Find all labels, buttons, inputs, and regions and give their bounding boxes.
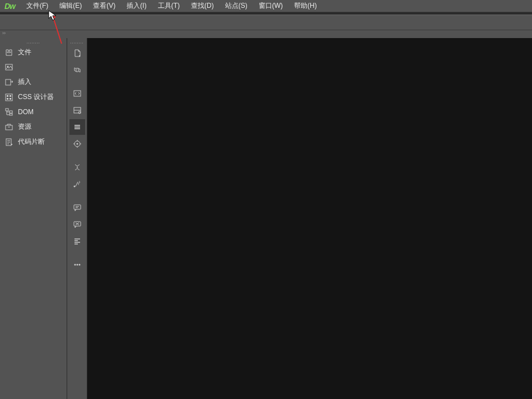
svg-point-23 — [76, 264, 78, 266]
svg-rect-11 — [6, 125, 12, 130]
menu-edit[interactable]: 编辑(E) — [54, 0, 87, 12]
tool-grip[interactable] — [71, 41, 84, 45]
panel-collapse-toggle[interactable]: ›› — [0, 30, 532, 38]
panel-libraries[interactable] — [0, 60, 67, 74]
svg-point-24 — [78, 264, 80, 266]
panel-label: 代码片断 — [18, 137, 45, 147]
svg-rect-7 — [10, 98, 11, 100]
menu-window[interactable]: 窗口(W) — [253, 0, 288, 12]
tool-inspect[interactable] — [69, 136, 85, 152]
menu-insert[interactable]: 插入(I) — [121, 0, 152, 12]
css-designer-icon — [4, 93, 13, 102]
tool-new-document[interactable] — [69, 45, 85, 61]
menu-find[interactable]: 查找(D) — [185, 0, 220, 12]
tool-format-source[interactable] — [69, 176, 85, 192]
menu-site[interactable]: 站点(S) — [220, 0, 253, 12]
assets-icon — [4, 123, 13, 132]
menu-help[interactable]: 帮助(H) — [288, 0, 323, 12]
tool-remove-comment[interactable] — [69, 217, 85, 232]
tool-apply-comment[interactable] — [69, 200, 85, 215]
svg-rect-10 — [10, 114, 12, 115]
svg-rect-3 — [6, 94, 12, 101]
tool-file-management[interactable] — [69, 62, 85, 78]
tool-column — [67, 38, 87, 399]
dom-icon — [4, 107, 13, 116]
panel-label: 文件 — [18, 48, 31, 57]
svg-rect-4 — [7, 95, 8, 97]
tool-more-options[interactable] — [69, 257, 85, 273]
panel-snippets[interactable]: 代码片断 — [0, 134, 67, 149]
panel-css-designer[interactable]: CSS 设计器 — [0, 90, 67, 105]
main-area: 文件 插入 CSS 设计器 DOM — [0, 38, 532, 399]
panel-insert[interactable]: 插入 — [0, 74, 67, 90]
svg-point-22 — [74, 264, 76, 266]
menu-view[interactable]: 查看(V) — [87, 0, 121, 12]
files-icon — [4, 48, 13, 57]
tool-code-view[interactable] — [69, 86, 85, 101]
panel-label: CSS 设计器 — [18, 92, 54, 102]
tool-wrap-tag[interactable] — [69, 233, 85, 249]
panel-files[interactable]: 文件 — [0, 45, 67, 60]
toolbar-row — [0, 15, 532, 30]
panel-label: 资源 — [18, 122, 31, 132]
menu-tools[interactable]: 工具(T) — [152, 0, 185, 12]
insert-icon — [4, 78, 13, 87]
svg-point-18 — [77, 167, 78, 168]
svg-rect-8 — [6, 109, 8, 111]
svg-rect-6 — [7, 98, 8, 100]
svg-rect-2 — [6, 79, 11, 85]
libraries-icon — [4, 63, 13, 72]
tool-collapse-selection[interactable] — [69, 159, 85, 175]
svg-rect-20 — [74, 205, 81, 209]
svg-point-19 — [73, 186, 75, 187]
panel-label: 插入 — [18, 77, 31, 87]
snippets-icon — [4, 138, 13, 147]
menu-file[interactable]: 文件(F) — [21, 0, 54, 12]
editor-canvas[interactable] — [87, 38, 532, 399]
tool-split-view[interactable] — [69, 102, 85, 118]
panel-dom[interactable]: DOM — [0, 105, 67, 119]
app-logo: Dw — [2, 2, 21, 11]
svg-rect-5 — [10, 95, 11, 97]
svg-rect-9 — [10, 111, 12, 113]
side-panel: 文件 插入 CSS 设计器 DOM — [0, 38, 67, 399]
panel-assets[interactable]: 资源 — [0, 119, 67, 134]
panel-label: DOM — [18, 108, 34, 116]
svg-point-17 — [76, 143, 78, 145]
menubar: Dw 文件(F) 编辑(E) 查看(V) 插入(I) 工具(T) 查找(D) 站… — [0, 0, 532, 12]
tool-live-view[interactable] — [69, 119, 85, 135]
